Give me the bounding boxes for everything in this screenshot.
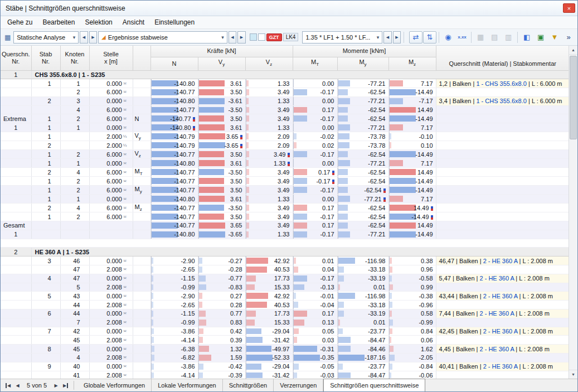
table-row[interactable]: 42.008≍-6.821.59-52.33-0.35-187.16-2.05 bbox=[1, 353, 570, 362]
table-row[interactable]: 472.008≍-2.65-0.2840.530.04-33.180.96 bbox=[1, 265, 570, 274]
results-prev-button[interactable]: ◀ bbox=[229, 31, 236, 43]
cell-stelle-x: 6.000≍ bbox=[89, 168, 133, 177]
tab-schnittgrößen-querschnittsweise[interactable]: Schnittgrößen querschnittsweise bbox=[323, 379, 425, 391]
section-header-row[interactable]: 1 CHS 355.6x8.0 | 1 - S235 bbox=[1, 70, 570, 79]
table-row[interactable]: 5430.000≍-2.900.2742.92-0.01-116.98-0.38… bbox=[1, 292, 570, 301]
table-row[interactable]: 110.000≍-140.803.611.330.00-77.217.17 bbox=[1, 159, 570, 168]
table-row[interactable]: 7420.000≍-3.860.42-29.040.05-23.770.8442… bbox=[1, 327, 570, 336]
table-row[interactable]: 46.000≍-140.77-3.503.490.17-62.5414.49 bbox=[1, 105, 570, 114]
results-next-button[interactable]: ▶ bbox=[237, 31, 245, 43]
export-table-icon[interactable]: ▥ bbox=[502, 31, 515, 43]
tab-verzerrungen[interactable]: Verzerrungen bbox=[274, 379, 323, 391]
cell-vy: 3.50 bbox=[198, 212, 245, 221]
tab-lokale-verformungen[interactable]: Lokale Verformungen bbox=[152, 379, 223, 391]
printout-report-icon[interactable]: ▣ bbox=[534, 31, 547, 43]
table-row[interactable]: 1-140.80-3.651.33-0.17-77.21-14.49 bbox=[1, 230, 570, 239]
table-row[interactable]: 72.008≍-0.990.8315.330.130.01-0.99 bbox=[1, 318, 570, 327]
table-row[interactable]: 22.000⅓-140.79-3.652.090.02-73.780.10 bbox=[1, 141, 570, 150]
x-location-icon: ≍ bbox=[123, 81, 127, 86]
menu-ansicht[interactable]: Ansicht bbox=[118, 17, 149, 28]
table-row[interactable]: Extrema126.000≍N-140.773.503.49-0.17-62.… bbox=[1, 114, 570, 123]
cell-vz: 1.33 bbox=[245, 96, 293, 105]
table-row[interactable]: 412.008≍-4.14-0.39-31.42-0.03-84.47-0.06 bbox=[1, 371, 570, 379]
scroll-down-icon[interactable]: ▼ bbox=[569, 370, 577, 379]
prev-page-button[interactable]: ◀ bbox=[13, 381, 22, 390]
results-mode-select[interactable]: ◢ Ergebnisse stabweise ▾ bbox=[98, 31, 227, 43]
tab-schnittgrößen[interactable]: Schnittgrößen bbox=[223, 379, 274, 391]
table-row[interactable]: 126.000≍-140.773.503.49-0.17-62.54-14.49 bbox=[1, 177, 570, 186]
analysis-prev-button[interactable]: ◀ bbox=[80, 31, 88, 43]
combo-prev-button[interactable]: ◀ bbox=[383, 31, 391, 43]
cell-knoten-nr: 1 bbox=[60, 159, 89, 168]
show-result-values-icon[interactable]: ⇄ bbox=[409, 31, 422, 43]
table-row[interactable]: 4470.000≍-1.15-0.7717.73-0.17-33.19-0.58… bbox=[1, 274, 570, 283]
load-combination-select[interactable]: 1.35 * LF1 + 1.50 * LF... ▾ bbox=[302, 31, 382, 43]
table-row[interactable]: 126.000≍Vz-140.773.503.49-0.17-62.54-14.… bbox=[1, 150, 570, 159]
close-button[interactable]: × bbox=[563, 3, 575, 13]
cell-comment bbox=[436, 265, 569, 274]
section-header-row[interactable]: 2 HE 360 A | 1 - S235 bbox=[1, 248, 570, 257]
cell-mt: 0.05 bbox=[293, 327, 337, 336]
next-page-button[interactable]: ▶ bbox=[51, 381, 61, 390]
tab-globale-verformungen[interactable]: Globale Verformungen bbox=[77, 379, 152, 391]
vertical-scrollbar[interactable]: ▲ ▼ bbox=[569, 46, 577, 379]
col-header-vy: Vy bbox=[198, 57, 245, 70]
table-row[interactable]: 9400.000≍-3.86-0.42-29.04-0.05-23.77-0.8… bbox=[1, 362, 570, 371]
show-result-diagrams-icon[interactable]: ⇅ bbox=[423, 31, 436, 43]
table-row[interactable]: 442.008≍-2.650.2840.53-0.04-33.18-0.96 bbox=[1, 301, 570, 309]
cell-mz: -14.49 bbox=[388, 230, 436, 239]
cell-vz: 3.49 bbox=[245, 150, 293, 159]
scroll-up-icon[interactable]: ▲ bbox=[569, 46, 577, 55]
table-row[interactable]: 52.008≍-0.99-0.8315.33-0.130.010.99 bbox=[1, 283, 570, 292]
table-row[interactable]: 230.000≍-140.80-3.611.330.00-77.21-7.173… bbox=[1, 96, 570, 105]
combo-next-button[interactable]: ▶ bbox=[393, 31, 401, 43]
table-row[interactable]: 110.000≍-140.803.611.330.00-77.217.17 bbox=[1, 195, 570, 204]
extreme-marker-icon bbox=[288, 153, 290, 157]
last-page-button[interactable]: ▶ bbox=[61, 381, 70, 390]
filter-results-icon[interactable]: ▼ bbox=[548, 31, 561, 43]
cell-vz: 3.49 bbox=[245, 221, 293, 230]
menu-bearbeiten[interactable]: Bearbeiten bbox=[37, 17, 80, 28]
cell-stelle-x: 0.000≍ bbox=[89, 195, 133, 204]
decimal-places-icon[interactable]: x.xx bbox=[455, 31, 469, 43]
cell-extremum-type bbox=[133, 327, 150, 336]
table-row[interactable]: 246.000≍MT-140.77-3.503.490.17-62.5414.4… bbox=[1, 168, 570, 177]
cell-my: -62.54 bbox=[337, 212, 388, 221]
analysis-type-select[interactable]: Statische Analyse ▾ bbox=[13, 31, 79, 43]
toolbar-overflow-icon[interactable]: » bbox=[562, 31, 575, 43]
cell-stab-nr: 1 bbox=[31, 186, 60, 195]
chevron-down-icon: ▾ bbox=[375, 35, 380, 40]
table-row[interactable]: 3460.000≍-2.90-0.2742.920.01-116.980.384… bbox=[1, 257, 570, 265]
scrollbar-thumb[interactable] bbox=[570, 56, 577, 139]
table-row[interactable]: 126.000≍-140.773.503.49-0.17-62.54-14.49 bbox=[1, 212, 570, 221]
table-row[interactable]: Gesamt-140.773.653.490.17-62.5414.49 bbox=[1, 221, 570, 230]
table-row[interactable]: 126.000≍My-140.773.503.49-0.17-62.54-14.… bbox=[1, 186, 570, 195]
table-row[interactable]: 1110.000≍-140.803.611.330.00-77.217.17 bbox=[1, 123, 570, 132]
cell-stelle-x: 0.000≍ bbox=[89, 362, 133, 371]
table-row[interactable]: 452.008≍-4.140.39-31.420.03-84.470.06 bbox=[1, 336, 570, 345]
table-row[interactable]: 8450.000≍-6.381.32-49.97-0.31-84.461.624… bbox=[1, 345, 570, 354]
menu-einstellungen[interactable]: Einstellungen bbox=[149, 17, 200, 28]
cell-mz: -14.49 bbox=[388, 177, 436, 186]
table-row[interactable]: 26.000≍-140.773.503.49-0.17-62.54-14.49 bbox=[1, 88, 570, 97]
menu-gehe-zu[interactable]: Gehe zu bbox=[2, 17, 37, 28]
table-row[interactable]: 6440.000≍-1.150.7717.730.17-33.190.587,4… bbox=[1, 309, 570, 318]
title-bar[interactable]: Stäbe | Schnittgrößen querschnittsweise … bbox=[1, 1, 577, 16]
cell-stelle-x bbox=[89, 221, 133, 230]
cell-extremum-type bbox=[133, 159, 150, 168]
cell-mz: -14.49 bbox=[388, 150, 436, 159]
search-value-icon[interactable]: ◉ bbox=[441, 31, 455, 43]
menu-selektion[interactable]: Selektion bbox=[80, 17, 117, 28]
table-row[interactable]: 246.000≍Mz-140.77-3.503.490.17-62.5414.4… bbox=[1, 204, 570, 212]
print-table-icon[interactable]: ▤ bbox=[488, 31, 501, 43]
analysis-next-button[interactable]: ▶ bbox=[89, 31, 97, 43]
table-row[interactable]: 110.000≍-140.803.611.330.00-77.217.171,2… bbox=[1, 79, 570, 88]
first-page-button[interactable]: ◀ bbox=[3, 381, 13, 390]
cell-vy: -3.50 bbox=[198, 204, 245, 212]
cell-my: 0.01 bbox=[337, 318, 388, 327]
table-view-icon[interactable]: ▦ bbox=[474, 31, 487, 43]
cell-stelle-x: 6.000≍ bbox=[89, 212, 133, 221]
result-table-settings-icon[interactable]: ◧ bbox=[520, 31, 533, 43]
cell-mz: 7.17 bbox=[388, 159, 436, 168]
table-row[interactable]: 12.000⅓Vy-140.793.652.09-0.02-73.78-0.10 bbox=[1, 132, 570, 141]
